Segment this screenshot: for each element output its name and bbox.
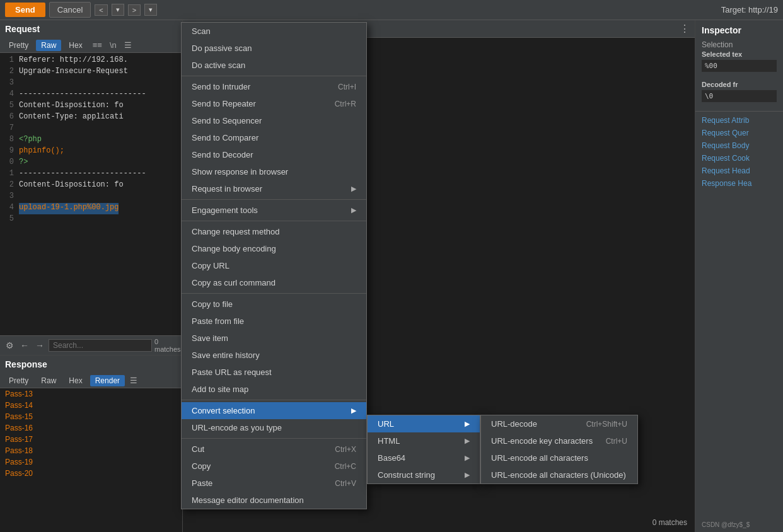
inspector-link-reshead[interactable]: Response Hea bbox=[695, 177, 783, 190]
menu-item-save-history[interactable]: Save entire history bbox=[182, 347, 366, 364]
inspector-link-query[interactable]: Request Quer bbox=[695, 127, 783, 139]
nav-next-button[interactable]: > bbox=[128, 4, 141, 16]
request-title: Request bbox=[0, 20, 182, 38]
menu-item-copy-url[interactable]: Copy URL bbox=[182, 257, 366, 274]
menu-sep-4 bbox=[182, 293, 366, 294]
code-line-11: 1---------------------------- bbox=[0, 169, 182, 180]
response-item-pass15[interactable]: Pass-15 bbox=[0, 411, 182, 422]
submenu-convert: URL▶ HTML▶ Base64▶ Construct string▶ bbox=[367, 415, 480, 484]
menu-item-passive-scan[interactable]: Do passive scan bbox=[182, 40, 366, 57]
response-item-pass13[interactable]: Pass-13 bbox=[0, 388, 182, 400]
code-line-3: 3 bbox=[0, 78, 182, 90]
menu-item-cut[interactable]: CutCtrl+X bbox=[182, 441, 366, 458]
menu-item-send-sequencer[interactable]: Send to Sequencer bbox=[182, 112, 366, 129]
response-section: Response Pretty Raw Hex Render ☰ Pass-13… bbox=[0, 356, 182, 532]
submenu-convert-base64[interactable]: Base64▶ bbox=[368, 449, 480, 466]
nav-next-arrow[interactable]: ▾ bbox=[144, 4, 157, 16]
inspector-selection: Selection Selected tex %00 bbox=[695, 38, 783, 78]
response-title: Response bbox=[0, 356, 182, 373]
tab-pretty-request[interactable]: Pretty bbox=[4, 40, 33, 51]
inspector-link-reqhead[interactable]: Request Head bbox=[695, 165, 783, 177]
submenu-convert-html[interactable]: HTML▶ bbox=[368, 432, 480, 449]
menu-item-convert-selection[interactable]: Convert selection▶ bbox=[182, 402, 366, 419]
submenu-convert-url[interactable]: URL▶ bbox=[368, 415, 480, 432]
context-menu: Scan Do passive scan Do active scan Send… bbox=[181, 22, 367, 509]
menu-item-save-item[interactable]: Save item bbox=[182, 330, 366, 347]
tab-icon-menu[interactable]: ☰ bbox=[122, 39, 134, 51]
dots-menu-icon[interactable]: ⋮ bbox=[680, 23, 690, 35]
cancel-button[interactable]: Cancel bbox=[49, 2, 91, 18]
selected-text-value: %00 bbox=[702, 60, 777, 72]
decoded-from-label: Decoded fr bbox=[702, 81, 777, 88]
menu-item-scan[interactable]: Scan bbox=[182, 23, 366, 40]
code-line-14: 4upload-19-1.php%00.jpg bbox=[0, 203, 182, 214]
nav-prev-arrow[interactable]: ▾ bbox=[112, 4, 124, 16]
inspector-link-body[interactable]: Request Body bbox=[695, 139, 783, 152]
nav-prev-button[interactable]: < bbox=[95, 4, 107, 16]
tab-icon-newline[interactable]: \n bbox=[107, 39, 119, 51]
menu-item-change-encoding[interactable]: Change body encoding bbox=[182, 240, 366, 257]
inspector-link-attrib[interactable]: Request Attrib bbox=[695, 114, 783, 127]
menu-item-paste-file[interactable]: Paste from file bbox=[182, 313, 366, 330]
code-line-4: 4---------------------------- bbox=[0, 90, 182, 101]
search-input[interactable] bbox=[49, 339, 152, 352]
submenu-url-encode-all-unicode[interactable]: URL-encode all characters (Unicode) bbox=[481, 466, 637, 483]
menu-item-request-browser[interactable]: Request in browser▶ bbox=[182, 180, 366, 197]
response-item-pass19[interactable]: Pass-19 bbox=[0, 456, 182, 468]
menu-item-show-response-browser[interactable]: Show response in browser bbox=[182, 163, 366, 180]
code-line-5: 5Content-Disposition: fo bbox=[0, 101, 182, 112]
tab-pretty-response[interactable]: Pretty bbox=[4, 375, 33, 386]
menu-item-editor-docs[interactable]: Message editor documentation bbox=[182, 492, 366, 509]
tab-icon-stream[interactable]: ≡≡ bbox=[90, 39, 105, 51]
request-section: Request Pretty Raw Hex ≡≡ \n ☰ 1Referer:… bbox=[0, 20, 182, 356]
menu-item-send-intruder[interactable]: Send to IntruderCtrl+I bbox=[182, 78, 366, 95]
gear-icon[interactable]: ⚙ bbox=[4, 340, 16, 351]
response-item-pass18[interactable]: Pass-18 bbox=[0, 445, 182, 456]
menu-item-add-sitemap[interactable]: Add to site map bbox=[182, 381, 366, 398]
menu-item-copy-file[interactable]: Copy to file bbox=[182, 296, 366, 313]
code-line-1: 1Referer: http://192.168. bbox=[0, 55, 182, 67]
menu-item-active-scan[interactable]: Do active scan bbox=[182, 57, 366, 74]
submenu-convert-construct[interactable]: Construct string▶ bbox=[368, 466, 480, 483]
selection-label: Selection bbox=[702, 40, 777, 49]
tab-icon-render-menu[interactable]: ☰ bbox=[127, 374, 140, 386]
menu-item-send-comparer[interactable]: Send to Comparer bbox=[182, 129, 366, 146]
menu-item-copy-curl[interactable]: Copy as curl command bbox=[182, 274, 366, 291]
inspector-link-cookie[interactable]: Request Cook bbox=[695, 152, 783, 165]
menu-item-url-encode-type[interactable]: URL-encode as you type bbox=[182, 419, 366, 436]
submenu-url-encode-all[interactable]: URL-encode all characters bbox=[481, 449, 637, 466]
search-back-icon[interactable]: ← bbox=[18, 340, 31, 351]
menu-item-send-decoder[interactable]: Send to Decoder bbox=[182, 146, 366, 163]
submenu-url-decode[interactable]: URL-decodeCtrl+Shift+U bbox=[481, 415, 637, 432]
send-button[interactable]: Send bbox=[5, 3, 45, 17]
top-toolbar: Send Cancel < ▾ > ▾ Target: http://19 bbox=[0, 0, 783, 20]
menu-item-paste[interactable]: PasteCtrl+V bbox=[182, 475, 366, 492]
code-line-12: 2Content-Disposition: fo bbox=[0, 180, 182, 192]
target-label: Target: http://19 bbox=[721, 5, 778, 14]
menu-item-change-method[interactable]: Change request method bbox=[182, 223, 366, 240]
tab-hex-response[interactable]: Hex bbox=[64, 375, 87, 386]
code-line-2: 2Upgrade-Insecure-Request bbox=[0, 67, 182, 78]
menu-item-engagement-tools[interactable]: Engagement tools▶ bbox=[182, 202, 366, 219]
tab-raw-response[interactable]: Raw bbox=[36, 375, 61, 386]
code-line-8: 8<?php bbox=[0, 135, 182, 146]
response-tab-bar: Pretty Raw Hex Render ☰ bbox=[0, 373, 182, 388]
tab-hex-request[interactable]: Hex bbox=[64, 40, 87, 51]
submenu-url-encode-key[interactable]: URL-encode key charactersCtrl+U bbox=[481, 432, 637, 449]
menu-item-send-repeater[interactable]: Send to RepeaterCtrl+R bbox=[182, 95, 366, 112]
menu-sep-6 bbox=[182, 438, 366, 439]
search-forward-icon[interactable]: → bbox=[33, 340, 46, 351]
response-item-pass20[interactable]: Pass-20 bbox=[0, 468, 182, 479]
menu-sep-2 bbox=[182, 199, 366, 200]
menu-item-paste-url-request[interactable]: Paste URL as request bbox=[182, 364, 366, 381]
inspector-panel: Inspector Selection Selected tex %00 Dec… bbox=[695, 20, 783, 532]
response-item-pass16[interactable]: Pass-16 bbox=[0, 422, 182, 434]
code-line-13: 3 bbox=[0, 192, 182, 203]
selected-text-label: Selected tex bbox=[702, 50, 777, 58]
menu-item-copy[interactable]: CopyCtrl+C bbox=[182, 458, 366, 475]
response-item-pass14[interactable]: Pass-14 bbox=[0, 400, 182, 411]
request-tab-bar: Pretty Raw Hex ≡≡ \n ☰ bbox=[0, 38, 182, 53]
tab-render-response[interactable]: Render bbox=[90, 375, 125, 386]
tab-raw-request[interactable]: Raw bbox=[36, 40, 61, 51]
response-item-pass17[interactable]: Pass-17 bbox=[0, 434, 182, 445]
